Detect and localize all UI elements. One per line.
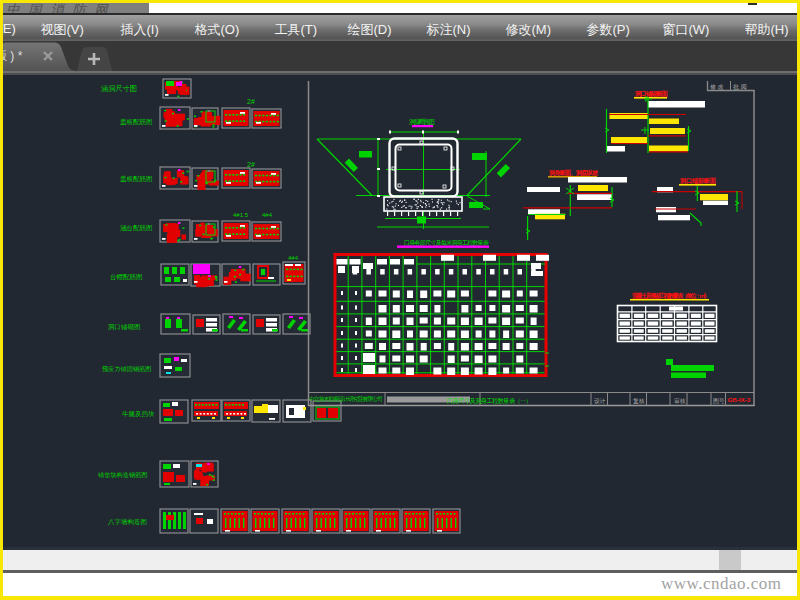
svg-text:2#: 2# [247,161,255,168]
svg-text:涵台配筋图: 涵台配筋图 [120,224,153,232]
svg-text:批 阅: 批 阅 [733,83,747,90]
svg-text:台帽配筋图: 台帽配筋图 [110,273,143,281]
svg-text:复核: 复核 [633,397,645,404]
svg-text:口身尺寸及洞身工程数量表（一）: 口身尺寸及洞身工程数量表（一） [447,396,532,404]
svg-text:盖板配筋图: 盖板配筋图 [120,118,153,126]
svg-text:洞口端部断面: 洞口端部断面 [679,176,717,184]
svg-text:修 改: 修 改 [710,82,724,89]
svg-text:4#4: 4#4 [262,212,273,218]
svg-text:混凝土及浆砌工程数量表（单位：m³）: 混凝土及浆砌工程数量表（单位：m³） [631,291,710,299]
svg-text:图号: 图号 [713,396,725,404]
svg-text:盖板配筋图: 盖板配筋图 [120,175,153,183]
svg-text:洞身断面、洞底纵坡: 洞身断面、洞底纵坡 [548,168,599,176]
svg-text:口身各部尺寸及每米洞身工程数量表: 口身各部尺寸及每米洞身工程数量表 [404,238,490,246]
svg-text:审核: 审核 [674,396,686,403]
svg-text:锚垫块构造钢筋图: 锚垫块构造钢筋图 [97,471,148,479]
svg-text:2#: 2# [247,98,255,105]
svg-text:GB-IX-3: GB-IX-3 [727,396,750,403]
svg-text:洞身断面图: 洞身断面图 [409,117,435,125]
svg-text:预应力锚固钢筋图: 预应力锚固钢筋图 [102,365,152,373]
svg-text:版 ) *: 版 ) * [3,49,23,63]
svg-text:洞口铺砌图: 洞口铺砌图 [108,323,141,331]
svg-text:中交第来勘察设计研究院有限公司: 中交第来勘察设计研究院有限公司 [309,395,383,403]
svg-text:八字墙构造图: 八字墙构造图 [108,518,147,526]
svg-text:洞口铺砌断面: 洞口铺砌断面 [634,90,669,98]
svg-text:4#4: 4#4 [288,255,299,261]
svg-text:设计: 设计 [594,396,606,403]
svg-text:牛腿及挡块: 牛腿及挡块 [122,410,155,418]
svg-text:涵洞尺寸图: 涵洞尺寸图 [101,84,137,93]
svg-text:4#1.5: 4#1.5 [233,212,249,218]
